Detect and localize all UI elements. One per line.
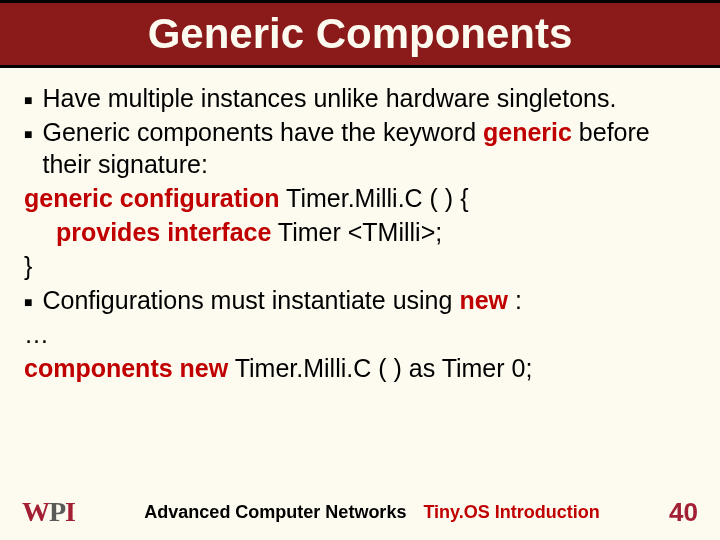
code-line-3: }: [24, 250, 696, 282]
footer-topic: Tiny.OS Introduction: [423, 502, 599, 522]
code-line-2: provides interface Timer <TMilli>;: [24, 216, 696, 248]
keyword-new: new: [459, 286, 508, 314]
code-text: [173, 354, 180, 382]
logo-letter-i: I: [65, 496, 75, 528]
code-line-1: generic configuration Timer.Milli.C ( ) …: [24, 182, 696, 214]
bullet-marker: ■: [24, 126, 32, 144]
keyword: new: [180, 354, 229, 382]
slide-title: Generic Components: [148, 10, 573, 58]
keyword: provides interface: [56, 218, 271, 246]
text-fragment: Generic components have the keyword: [42, 118, 483, 146]
text-fragment: Configurations must instantiate using: [42, 286, 459, 314]
code-text: Timer.Milli.C ( ) {: [280, 184, 469, 212]
bullet-item-1: ■ Have multiple instances unlike hardwar…: [24, 82, 696, 114]
ellipsis-line: …: [24, 318, 696, 350]
keyword: components: [24, 354, 173, 382]
bullet-text: Generic components have the keyword gene…: [42, 116, 696, 180]
logo-letter-p: P: [49, 496, 65, 528]
footer-center: Advanced Computer Networks Tiny.OS Intro…: [75, 502, 669, 523]
bullet-item-3: ■ Configurations must instantiate using …: [24, 284, 696, 316]
code-line-4: components new Timer.Milli.C ( ) as Time…: [24, 352, 696, 384]
bullet-text: Configurations must instantiate using ne…: [42, 284, 696, 316]
footer-course: Advanced Computer Networks: [144, 502, 406, 522]
text-fragment: :: [508, 286, 522, 314]
keyword: generic configuration: [24, 184, 280, 212]
bullet-item-2: ■ Generic components have the keyword ge…: [24, 116, 696, 180]
bullet-marker: ■: [24, 294, 32, 312]
code-text: Timer <TMilli>;: [271, 218, 442, 246]
keyword-generic: generic: [483, 118, 572, 146]
bullet-marker: ■: [24, 92, 32, 110]
title-bar: Generic Components: [0, 0, 720, 68]
slide-body: ■ Have multiple instances unlike hardwar…: [0, 68, 720, 384]
code-text: Timer.Milli.C ( ) as Timer 0;: [228, 354, 532, 382]
slide-footer: WPI Advanced Computer Networks Tiny.OS I…: [0, 496, 720, 528]
wpi-logo: WPI: [22, 496, 75, 528]
page-number: 40: [669, 497, 698, 528]
logo-letter-w: W: [22, 496, 49, 528]
bullet-text: Have multiple instances unlike hardware …: [42, 82, 696, 114]
